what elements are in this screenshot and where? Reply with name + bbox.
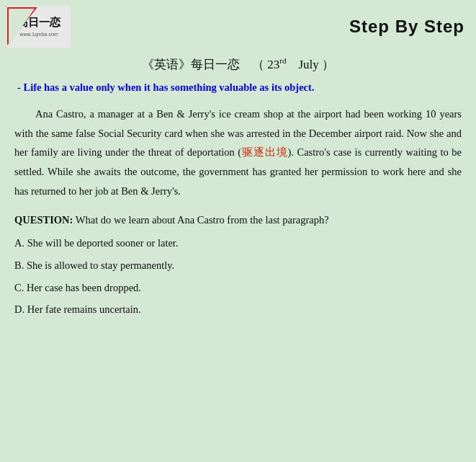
question-text: QUESTION: What do we learn about Ana Cas… bbox=[14, 211, 462, 229]
main-content: 《英语》每日一恋 （ 23rd July ） - Life has a valu… bbox=[0, 53, 476, 337]
option-b: B. She is allowed to stay permanently. bbox=[14, 257, 462, 275]
date-prefix: 《英语》每日一恋 bbox=[142, 58, 240, 71]
date-month: July bbox=[298, 58, 318, 71]
question-body: What do we learn about Ana Castro from t… bbox=[76, 214, 329, 226]
step-by-step-title: Step By Step bbox=[349, 17, 464, 37]
svg-text:www.1qmba.com: www.1qmba.com bbox=[19, 32, 58, 37]
option-d-letter: D. bbox=[14, 303, 24, 315]
quote-line: - Life has a value only when it has some… bbox=[14, 80, 462, 96]
date-open-paren: （ bbox=[252, 58, 264, 71]
option-a: A. She will be deported sooner or later. bbox=[14, 234, 462, 252]
option-a-letter: A. bbox=[14, 237, 24, 249]
option-b-letter: B. bbox=[14, 259, 24, 271]
option-b-text: She is allowed to stay permanently. bbox=[27, 259, 174, 271]
option-d-text: Her fate remains uncertain. bbox=[27, 303, 141, 315]
date-title: 《英语》每日一恋 （ 23rd July ） bbox=[14, 56, 462, 73]
option-c-letter: C. bbox=[14, 282, 24, 293]
date-close-paren: ） bbox=[322, 58, 334, 71]
logo-area: 岛日一恋 www.1qmba.com bbox=[6, 6, 71, 48]
option-c-text: Her case has been dropped. bbox=[27, 282, 141, 293]
chinese-term: 驱逐出境 bbox=[241, 146, 287, 158]
page-header: 岛日一恋 www.1qmba.com Step By Step bbox=[0, 0, 476, 53]
option-c: C. Her case has been dropped. bbox=[14, 279, 462, 297]
date-day: 23 bbox=[267, 58, 279, 71]
option-a-text: She will be deported sooner or later. bbox=[27, 237, 179, 249]
date-sup: rd bbox=[279, 56, 286, 65]
question-label: QUESTION: bbox=[14, 214, 73, 226]
option-d: D. Her fate remains uncertain. bbox=[14, 301, 462, 319]
main-paragraph: Ana Castro, a manager at a Ben & Jerry's… bbox=[14, 105, 462, 201]
question-section: QUESTION: What do we learn about Ana Cas… bbox=[14, 211, 462, 319]
logo-svg: 岛日一恋 www.1qmba.com bbox=[6, 6, 71, 48]
